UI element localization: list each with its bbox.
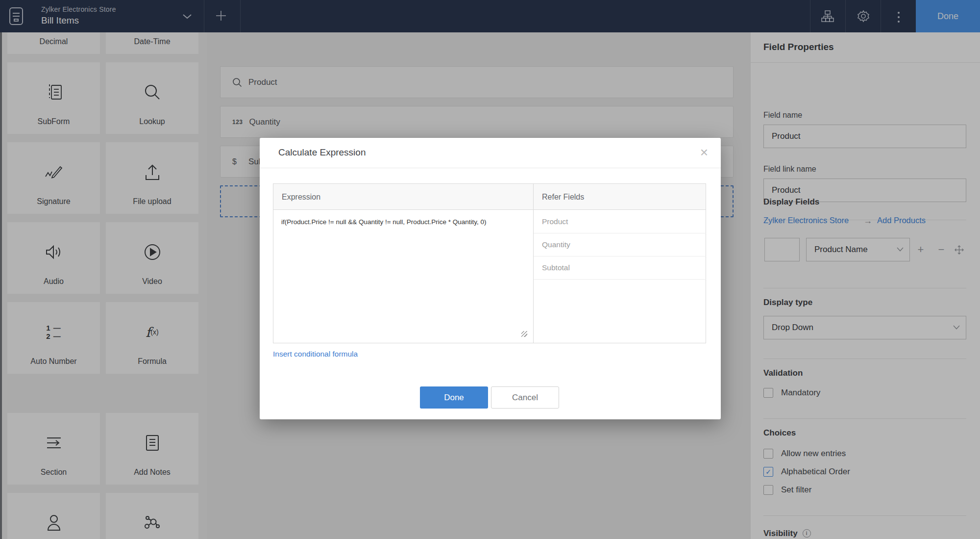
- expression-textarea[interactable]: if(Product.Price != null && Quantity != …: [273, 210, 533, 343]
- refer-field-quantity[interactable]: Quantity: [534, 233, 706, 257]
- dialog-cancel-button[interactable]: Cancel: [491, 386, 559, 409]
- dialog-done-button[interactable]: Done: [420, 386, 488, 409]
- table-header-row: Expression Refer Fields: [273, 184, 706, 210]
- resize-handle[interactable]: [521, 331, 527, 337]
- refer-fields-column-header: Refer Fields: [534, 184, 706, 210]
- refer-field-subtotal[interactable]: Subtotal: [534, 257, 706, 280]
- dialog-header: Calculate Expression ×: [260, 138, 721, 168]
- expression-table: Expression Refer Fields if(Product.Price…: [273, 183, 706, 343]
- close-icon[interactable]: ×: [700, 145, 708, 160]
- dialog-title: Calculate Expression: [278, 147, 366, 158]
- expression-column-header: Expression: [273, 184, 533, 210]
- insert-conditional-formula-link[interactable]: Insert conditional formula: [273, 350, 358, 359]
- calculate-expression-dialog: Calculate Expression × Expression Refer …: [260, 138, 721, 419]
- refer-field-product[interactable]: Product: [534, 210, 706, 233]
